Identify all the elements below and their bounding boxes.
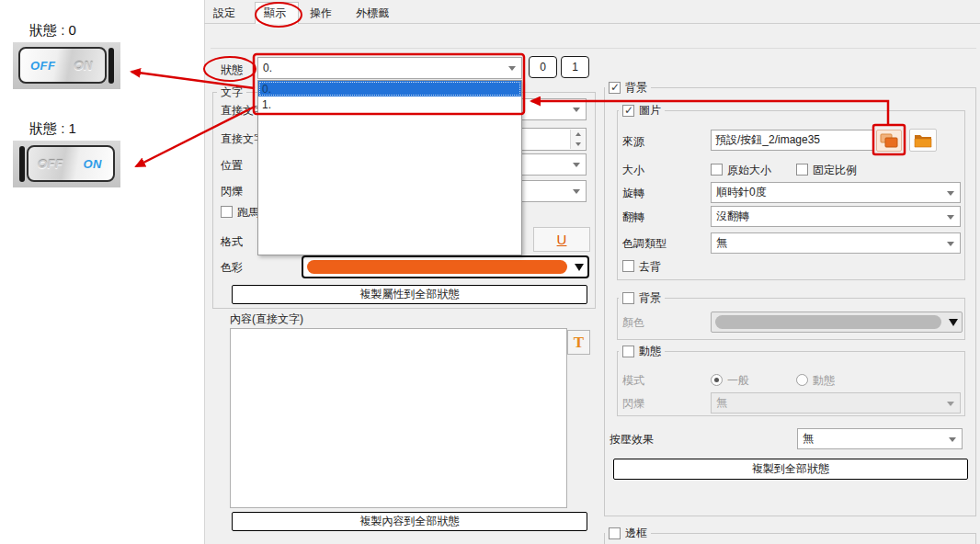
tab-external-label[interactable]: 外標籤 [356,6,389,21]
press-effect-combobox[interactable]: 無 [797,428,963,449]
position-label: 位置 [221,159,243,172]
original-size-label: 原始大小 [727,164,771,176]
bgcolor-groupbox-header: 背景 [619,291,665,305]
on-label: ON [84,157,103,171]
border-title: 邊框 [625,527,647,540]
bgcolor-picker[interactable] [711,312,963,333]
chevron-down-icon [573,163,580,167]
bgcolor-title: 背景 [639,291,661,305]
original-size-checkbox[interactable] [711,164,723,176]
state-dropdown-list: 0. 1. [257,80,522,255]
dynamic-title: 動態 [639,345,661,358]
border-groupbox [604,533,976,544]
dynamic-groupbox-header: 動態 [619,345,665,358]
spin-down-icon [575,142,581,146]
text-color-label: 色彩 [221,261,243,274]
color-swatch [715,315,941,329]
state-option-1[interactable]: 1. [258,96,521,112]
copy-content-button[interactable]: 複製內容到全部狀態 [232,512,587,531]
chevron-down-icon [947,191,954,196]
color-swatch [307,260,567,274]
underline-button[interactable]: U [533,227,590,252]
tab-operation[interactable]: 操作 [310,6,332,21]
switch-shadow-bar [108,48,114,84]
dynamic-blink-value: 無 [716,395,727,411]
chevron-down-icon [949,437,956,442]
press-effect-value: 無 [803,431,814,447]
dropdown-arrow-icon [949,319,958,326]
image-checkbox[interactable] [622,105,634,117]
background-checkbox[interactable] [609,82,621,94]
chevron-down-icon [947,402,954,406]
rotate-combobox[interactable]: 順時針0度 [711,182,961,203]
on-label: ON [74,59,94,73]
dynamic-checkbox[interactable] [622,346,634,357]
fixed-ratio-checkbox[interactable] [796,164,808,176]
chevron-down-icon [573,189,580,194]
marquee-checkbox[interactable] [221,206,233,218]
chevron-down-icon [947,215,954,220]
content-textarea[interactable] [230,328,567,508]
spinner-arrows[interactable] [570,130,585,149]
hue-type-combobox[interactable]: 無 [711,232,961,254]
mode-general-radio[interactable] [711,374,723,386]
switch-shadow-bar [19,146,25,182]
state0-caption: 狀態 : 0 [29,22,76,40]
hue-type-value: 無 [716,235,727,251]
tab-settings[interactable]: 設定 [213,6,235,21]
image-groupbox-header: 圖片 [619,104,665,118]
state-combobox[interactable]: 0. [257,57,522,79]
direct-text-label: 直接文字 [221,104,257,117]
dropdown-arrow-icon [575,264,584,271]
bgcolor-checkbox[interactable] [622,292,634,304]
hue-type-label: 色調類型 [622,237,667,250]
chevron-down-icon [947,242,954,246]
copy-to-all-states-button[interactable]: 複製到全部狀態 [613,459,968,480]
tabbar-divider [204,23,980,24]
copy-attributes-button[interactable]: 複製屬性到全部狀態 [232,285,587,304]
press-effect-label: 按壓效果 [610,433,654,446]
remove-bg-checkbox[interactable] [622,260,634,272]
folder-open-icon [914,133,932,148]
border-checkbox[interactable] [609,527,621,539]
browse-folder-button[interactable] [909,129,937,152]
flip-combobox[interactable]: 沒翻轉 [711,206,961,227]
border-groupbox-header: 邊框 [605,527,651,540]
background-title: 背景 [625,81,647,95]
toggle-switch-state0-image: OFF ON [13,42,120,89]
text-tool-button[interactable]: T [567,330,590,355]
spin-up-icon [575,132,581,136]
off-label: OFF [30,59,56,73]
rotate-label: 旋轉 [622,187,644,199]
remove-bg-label: 去背 [639,260,661,273]
dynamic-blink-combobox[interactable]: 無 [711,392,961,414]
dynamic-blink-label: 閃爍 [622,397,644,410]
tab-display[interactable]: 顯示 [264,6,286,21]
text-blink-label: 閃爍 [221,185,243,198]
flip-label: 翻轉 [622,210,644,223]
source-label: 來源 [622,135,644,148]
state-1-button[interactable]: 1 [561,56,589,78]
image-library-button[interactable] [876,130,902,152]
mode-dynamic-label: 動態 [813,374,835,387]
mode-general-label: 一般 [727,374,749,387]
marquee-label: 跑馬燈 [237,206,257,219]
content-divider [211,48,976,49]
state-0-button[interactable]: 0 [529,56,557,78]
toggle-switch-state1-image: OFF ON [13,141,120,187]
chevron-down-icon [573,108,580,112]
source-field[interactable]: 預設/按鈕_2/image35 [711,130,873,151]
bgcolor-color-label: 顏色 [622,316,644,329]
mode-label: 模式 [622,374,644,387]
direct-text-size-label: 直接文字 [221,132,257,145]
chevron-down-icon [508,66,516,71]
text-color-picker[interactable] [302,255,589,278]
mode-dynamic-radio[interactable] [796,374,808,386]
state-option-0[interactable]: 0. [258,81,521,96]
off-label: OFF [38,157,63,171]
state-label: 狀態 [221,63,243,76]
source-value: 預設/按鈕_2/image35 [715,132,820,148]
state-combobox-value: 0. [263,62,272,74]
background-groupbox-header: 背景 [605,81,651,95]
fixed-ratio-label: 固定比例 [813,164,857,176]
